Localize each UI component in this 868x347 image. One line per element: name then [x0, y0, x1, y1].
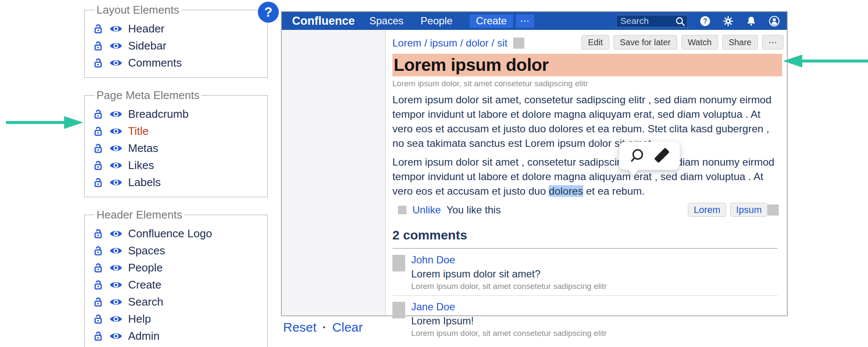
lock-open-icon[interactable] — [92, 262, 104, 274]
page-title-highlight-band: Lorem ipsum dolor — [392, 54, 782, 76]
paragraph-1: Lorem ipsum dolor sit amet, consetetur s… — [392, 93, 779, 151]
share-button[interactable]: Share — [722, 35, 758, 50]
label-lorem-button[interactable]: Lorem — [688, 203, 726, 217]
group-layout-elements: Layout Elements Header Sidebar Comments — [84, 3, 268, 78]
avatar — [392, 255, 405, 271]
labels-placeholder-square — [768, 204, 779, 216]
create-button[interactable]: Create — [470, 15, 513, 28]
eye-visible-icon[interactable] — [109, 229, 123, 239]
group-legend: Header Elements — [95, 208, 184, 222]
selected-text: dolores — [549, 185, 583, 197]
confluence-appbar: Confluence Spaces People Create ⋯ ? — [282, 12, 787, 30]
element-row-breadcrumb[interactable]: Breadcrumb — [92, 105, 262, 122]
page-content: Lorem / ipsum / dolor / sit Edit Save fo… — [392, 30, 777, 315]
element-row-spaces[interactable]: Spaces — [92, 242, 262, 259]
element-label: Admin — [128, 330, 160, 343]
element-label: Spaces — [128, 244, 165, 257]
eye-visible-icon[interactable] — [109, 109, 123, 119]
breadcrumb-placeholder-square — [513, 38, 524, 49]
lock-open-icon[interactable] — [92, 296, 104, 308]
lock-open-icon[interactable] — [92, 125, 104, 137]
element-label: Comments — [128, 56, 182, 70]
group-legend: Page Meta Elements — [95, 89, 201, 102]
lock-open-icon[interactable] — [92, 330, 104, 342]
likes-row: Unlike You like this Lorem Ipsum — [392, 203, 779, 217]
lock-open-icon[interactable] — [92, 245, 104, 257]
element-row-header[interactable]: Header — [92, 20, 262, 37]
unlike-link[interactable]: Unlike — [412, 204, 441, 216]
element-row-confluence-logo[interactable]: Confluence Logo — [92, 225, 262, 242]
eye-visible-icon[interactable] — [109, 143, 123, 153]
confluence-preview-panel: Confluence Spaces People Create ⋯ ? Lore… — [281, 11, 788, 316]
jira-icon[interactable] — [654, 148, 669, 164]
eye-visible-icon[interactable] — [109, 246, 123, 256]
element-row-comments[interactable]: Comments — [92, 54, 262, 71]
element-row-labels[interactable]: Labels — [92, 174, 262, 191]
element-row-metas[interactable]: Metas — [92, 140, 262, 157]
annotation-arrow-to-title-item — [5, 115, 84, 130]
like-status-text: You like this — [447, 204, 501, 216]
lock-open-icon[interactable] — [92, 313, 104, 325]
watch-button[interactable]: Watch — [681, 35, 718, 50]
notifications-bell-icon[interactable] — [745, 15, 757, 27]
element-row-sidebar[interactable]: Sidebar — [92, 37, 262, 54]
eye-visible-icon[interactable] — [109, 58, 123, 68]
lock-open-icon[interactable] — [92, 177, 104, 188]
lock-open-icon[interactable] — [92, 108, 104, 120]
clear-link[interactable]: Clear — [332, 320, 363, 335]
help-badge-icon[interactable]: ? — [258, 2, 279, 23]
eye-visible-icon[interactable] — [109, 126, 123, 136]
element-row-likes[interactable]: Likes — [92, 157, 262, 174]
page-title: Lorem ipsum dolor — [392, 55, 549, 75]
lock-open-icon[interactable] — [92, 23, 104, 35]
label-ipsum-button[interactable]: Ipsum — [730, 203, 768, 217]
search-selection-icon[interactable] — [629, 149, 644, 163]
lock-open-icon[interactable] — [92, 160, 104, 171]
gear-icon[interactable] — [722, 15, 734, 27]
comment-author-link[interactable]: John Doe — [411, 254, 777, 266]
eye-visible-icon[interactable] — [109, 24, 123, 34]
group-header-elements: Header Elements Confluence Logo Spaces P… — [84, 208, 268, 347]
help-circle-icon[interactable]: ? — [699, 15, 711, 27]
more-actions-button[interactable]: ⋯ — [762, 35, 783, 50]
element-row-people[interactable]: People — [92, 259, 262, 276]
element-row-notifications[interactable]: Notifications — [92, 344, 262, 347]
eye-visible-icon[interactable] — [109, 297, 123, 307]
comment-meta: Lorem ipsum dolor, sit amet consetetur s… — [411, 282, 777, 291]
save-for-later-button[interactable]: Save for later — [614, 35, 677, 50]
lock-open-icon[interactable] — [92, 228, 104, 239]
appbar-people-link[interactable]: People — [421, 15, 453, 27]
element-row-create[interactable]: Create — [92, 276, 262, 293]
element-row-title-highlighted[interactable]: Title — [92, 122, 262, 140]
eye-visible-icon[interactable] — [109, 263, 123, 273]
edit-button[interactable]: Edit — [582, 35, 609, 50]
element-label: Metas — [128, 142, 158, 155]
search-icon[interactable] — [675, 16, 686, 27]
eye-visible-icon[interactable] — [109, 41, 123, 51]
eye-visible-icon[interactable] — [109, 314, 123, 324]
appbar-spaces-link[interactable]: Spaces — [369, 15, 403, 27]
eye-visible-icon[interactable] — [109, 178, 123, 187]
comment-author-link[interactable]: Jane Doe — [411, 301, 777, 313]
lock-open-icon[interactable] — [92, 279, 104, 291]
eye-visible-icon[interactable] — [109, 280, 123, 290]
lock-open-icon[interactable] — [92, 40, 104, 52]
lock-open-icon[interactable] — [92, 143, 104, 154]
paragraph-2: Lorem ipsum dolor sit amet , consetetur … — [392, 155, 779, 198]
appbar-more-button[interactable]: ⋯ — [516, 15, 534, 28]
text-selection-popup — [619, 142, 680, 170]
group-legend: Layout Elements — [95, 3, 181, 17]
comments-heading: 2 comments — [392, 228, 777, 242]
breadcrumb[interactable]: Lorem / ipsum / dolor / sit — [392, 37, 507, 49]
profile-avatar-icon[interactable] — [769, 15, 780, 27]
lock-open-icon[interactable] — [92, 57, 104, 69]
element-row-admin[interactable]: Admin — [92, 327, 262, 344]
confluence-logo[interactable]: Confluence — [292, 15, 355, 28]
appbar-search — [616, 15, 688, 27]
eye-visible-icon[interactable] — [109, 331, 123, 341]
element-row-help[interactable]: Help — [92, 310, 262, 327]
reset-link[interactable]: Reset — [283, 320, 316, 335]
eye-visible-icon[interactable] — [109, 160, 123, 170]
element-row-search[interactable]: Search — [92, 293, 262, 310]
avatar — [392, 302, 405, 318]
